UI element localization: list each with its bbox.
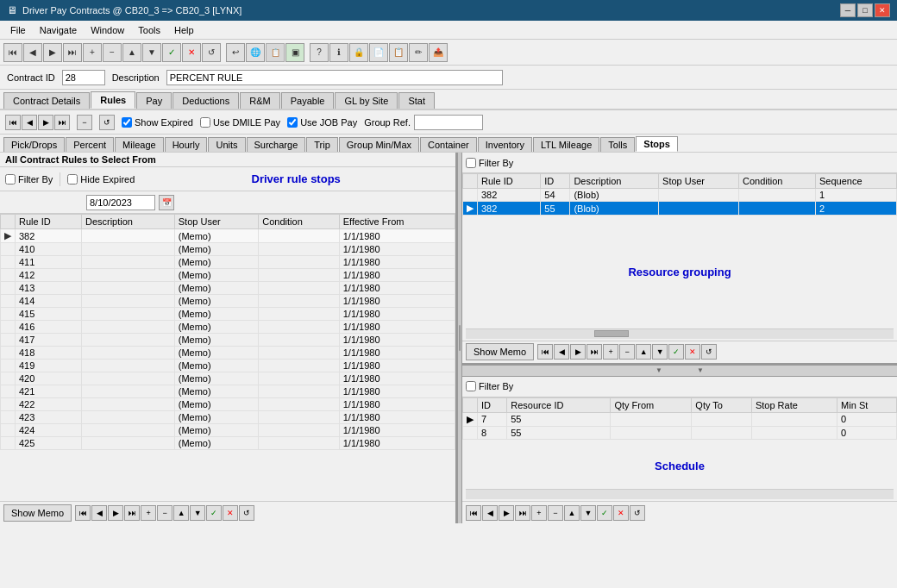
rt-nav-last[interactable]: ⏭: [586, 344, 602, 360]
left-table-row[interactable]: 419 (Memo) 1/1/1980: [1, 360, 455, 372]
sub-tab-hourly[interactable]: Hourly: [165, 137, 208, 152]
menu-window[interactable]: Window: [84, 23, 131, 37]
rb-nav-prev[interactable]: ◀: [482, 505, 498, 521]
tab-pay[interactable]: Pay: [136, 92, 172, 109]
left-nav-remove[interactable]: −: [157, 505, 172, 521]
sub-tab-ltl-mileage[interactable]: LTL Mileage: [533, 137, 599, 152]
left-table-row[interactable]: 422 (Memo) 1/1/1980: [1, 398, 455, 411]
toolbar-export[interactable]: 📤: [429, 43, 448, 62]
rb-nav-last[interactable]: ⏭: [515, 505, 530, 521]
menu-file[interactable]: File: [3, 23, 33, 37]
rt-nav-add[interactable]: +: [603, 344, 618, 360]
right-bottom-table-row[interactable]: 8 55 0: [463, 426, 897, 439]
menu-navigate[interactable]: Navigate: [33, 23, 84, 37]
left-nav-prev[interactable]: ◀: [91, 505, 107, 521]
group-ref-input[interactable]: [414, 115, 483, 130]
toolbar-add[interactable]: +: [83, 43, 102, 62]
sub-first-btn[interactable]: ⏮: [5, 115, 21, 130]
left-table-row[interactable]: 410 (Memo) 1/1/1980: [1, 243, 455, 256]
right-filter-by-checkbox[interactable]: [466, 158, 476, 168]
left-table-row[interactable]: 423 (Memo) 1/1/1980: [1, 411, 455, 424]
rb-nav-next[interactable]: ▶: [499, 505, 514, 521]
left-data-table[interactable]: Rule ID Description Stop User Condition …: [0, 214, 455, 501]
rb-nav-up[interactable]: ▲: [564, 505, 580, 521]
toolbar-paste[interactable]: 📋: [389, 43, 408, 62]
date-input[interactable]: [86, 195, 155, 210]
left-table-row[interactable]: 420 (Memo) 1/1/1980: [1, 372, 455, 385]
rt-nav-down[interactable]: ▼: [652, 344, 668, 360]
right-top-table-row[interactable]: 382 54 (Blob) 1: [463, 189, 897, 202]
sub-prev-btn[interactable]: ◀: [22, 115, 37, 130]
left-table-row[interactable]: 421 (Memo) 1/1/1980: [1, 385, 455, 398]
tab-gl-by-site[interactable]: GL by Site: [335, 92, 398, 109]
rb-nav-first[interactable]: ⏮: [466, 505, 481, 521]
toolbar-lock[interactable]: 🔒: [349, 43, 368, 62]
menu-tools[interactable]: Tools: [131, 23, 167, 37]
right-bottom-table-row[interactable]: ▶ 7 55 0: [463, 412, 897, 426]
toolbar-copy[interactable]: 📄: [369, 43, 388, 62]
toolbar-edit[interactable]: ✏: [409, 43, 428, 62]
sub-next-btn[interactable]: ▶: [38, 115, 53, 130]
left-nav-first[interactable]: ⏮: [75, 505, 91, 521]
tab-contract-details[interactable]: Contract Details: [3, 92, 90, 109]
toolbar-remove[interactable]: −: [103, 43, 122, 62]
toolbar-img2[interactable]: ▣: [285, 43, 304, 62]
rt-nav-up[interactable]: ▲: [636, 344, 651, 360]
sub-tab-tolls[interactable]: Tolls: [600, 137, 635, 152]
toolbar-up[interactable]: ▲: [122, 43, 141, 62]
show-expired-label[interactable]: Show Expired: [122, 117, 193, 128]
left-nav-check[interactable]: ✓: [206, 505, 222, 521]
left-table-row[interactable]: 416 (Memo) 1/1/1980: [1, 321, 455, 334]
show-memo-button-right[interactable]: Show Memo: [466, 343, 534, 360]
toolbar-cross[interactable]: ✕: [182, 43, 201, 62]
rt-nav-cross[interactable]: ✕: [685, 344, 700, 360]
left-table-row[interactable]: 418 (Memo) 1/1/1980: [1, 347, 455, 360]
tab-stat[interactable]: Stat: [398, 92, 435, 109]
tab-payable[interactable]: Payable: [281, 92, 335, 109]
description-field[interactable]: [166, 70, 503, 85]
left-nav-add[interactable]: +: [141, 505, 156, 521]
toolbar-undo[interactable]: ↩: [226, 43, 245, 62]
toolbar-help1[interactable]: ?: [310, 43, 329, 62]
sub-tab-trip[interactable]: Trip: [306, 137, 338, 152]
left-nav-down[interactable]: ▼: [190, 505, 205, 521]
left-table-row[interactable]: 417 (Memo) 1/1/1980: [1, 334, 455, 347]
left-table-row[interactable]: 424 (Memo) 1/1/1980: [1, 424, 455, 437]
left-table-row[interactable]: 413 (Memo) 1/1/1980: [1, 282, 455, 295]
rb-nav-refresh[interactable]: ↺: [630, 505, 645, 521]
toolbar-info[interactable]: ℹ: [329, 43, 348, 62]
left-filter-by-checkbox[interactable]: [5, 174, 16, 185]
minimize-button[interactable]: ─: [840, 3, 856, 17]
sub-tab-stops[interactable]: Stops: [636, 136, 678, 152]
toolbar-first[interactable]: ⏮: [3, 43, 22, 62]
left-table-row[interactable]: ▶ 382 (Memo) 1/1/1980: [1, 229, 455, 243]
rb-filter-by-label[interactable]: Filter By: [466, 381, 513, 391]
left-table-row[interactable]: 411 (Memo) 1/1/1980: [1, 256, 455, 269]
show-expired-checkbox[interactable]: [122, 117, 132, 128]
sub-tab-percent[interactable]: Percent: [66, 137, 114, 152]
toolbar-refresh[interactable]: ↺: [202, 43, 221, 62]
calendar-btn[interactable]: 📅: [159, 195, 174, 210]
sub-tab-units[interactable]: Units: [208, 137, 245, 152]
rb-nav-down[interactable]: ▼: [580, 505, 596, 521]
left-table-row[interactable]: 415 (Memo) 1/1/1980: [1, 308, 455, 321]
use-dmile-label[interactable]: Use DMILE Pay: [200, 117, 280, 128]
maximize-button[interactable]: □: [857, 3, 873, 17]
toolbar-globe[interactable]: 🌐: [246, 43, 265, 62]
rt-nav-check[interactable]: ✓: [668, 344, 684, 360]
tab-deductions[interactable]: Deductions: [172, 92, 239, 109]
use-job-label[interactable]: Use JOB Pay: [287, 117, 357, 128]
rb-nav-check[interactable]: ✓: [597, 505, 612, 521]
rt-nav-remove[interactable]: −: [619, 344, 635, 360]
rt-nav-refresh[interactable]: ↺: [701, 344, 717, 360]
use-dmile-checkbox[interactable]: [200, 117, 210, 128]
rb-filter-by-checkbox[interactable]: [466, 381, 476, 391]
right-bottom-table[interactable]: ID Resource ID Qty From Qty To Stop Rate…: [462, 397, 897, 443]
left-hide-expired-label[interactable]: Hide Expired: [67, 174, 135, 185]
show-memo-button-left[interactable]: Show Memo: [3, 504, 72, 522]
right-top-table-row[interactable]: ▶ 382 55 (Blob) 2: [463, 202, 897, 216]
horizontal-splitter[interactable]: ▼▼: [462, 365, 897, 377]
toolbar-check[interactable]: ✓: [162, 43, 181, 62]
left-table-row[interactable]: 425 (Memo) 1/1/1980: [1, 437, 455, 450]
rt-nav-prev[interactable]: ◀: [554, 344, 569, 360]
